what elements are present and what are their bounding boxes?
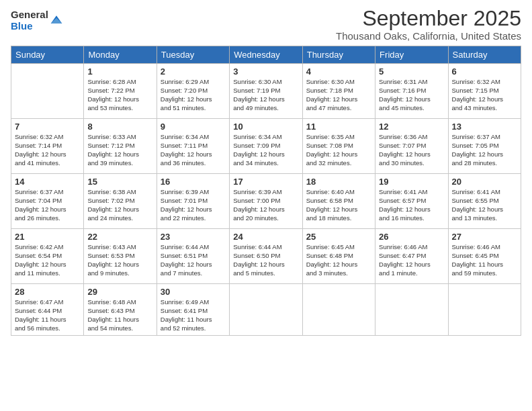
table-row: 11Sunrise: 6:35 AM Sunset: 7:08 PM Dayli… (302, 119, 375, 174)
table-row (448, 284, 521, 336)
day-info: Sunrise: 6:41 AM Sunset: 6:57 PM Dayligh… (379, 188, 444, 222)
calendar-table: Sunday Monday Tuesday Wednesday Thursday… (11, 46, 521, 336)
day-info: Sunrise: 6:37 AM Sunset: 7:04 PM Dayligh… (15, 188, 80, 222)
title-block: September 2025 Thousand Oaks, California… (336, 7, 521, 42)
table-row: 19Sunrise: 6:41 AM Sunset: 6:57 PM Dayli… (375, 174, 448, 229)
day-info: Sunrise: 6:39 AM Sunset: 7:00 PM Dayligh… (233, 188, 298, 222)
table-row: 4Sunrise: 6:30 AM Sunset: 7:18 PM Daylig… (302, 64, 375, 119)
day-number: 24 (233, 232, 298, 242)
calendar-week-row: 28Sunrise: 6:47 AM Sunset: 6:44 PM Dayli… (11, 284, 521, 336)
day-info: Sunrise: 6:43 AM Sunset: 6:53 PM Dayligh… (87, 243, 152, 277)
day-number: 23 (161, 232, 226, 242)
table-row: 24Sunrise: 6:44 AM Sunset: 6:50 PM Dayli… (230, 229, 302, 284)
day-info: Sunrise: 6:44 AM Sunset: 6:50 PM Dayligh… (233, 243, 298, 277)
header-saturday: Saturday (448, 46, 521, 64)
weekday-header-row: Sunday Monday Tuesday Wednesday Thursday… (11, 46, 521, 64)
header-wednesday: Wednesday (230, 46, 302, 64)
day-number: 15 (87, 177, 152, 187)
day-number: 18 (306, 177, 371, 187)
table-row: 5Sunrise: 6:31 AM Sunset: 7:16 PM Daylig… (375, 64, 448, 119)
day-number: 21 (15, 232, 80, 242)
day-number: 19 (379, 177, 444, 187)
day-info: Sunrise: 6:48 AM Sunset: 6:43 PM Dayligh… (87, 298, 152, 332)
table-row (302, 284, 375, 336)
calendar-week-row: 1Sunrise: 6:28 AM Sunset: 7:22 PM Daylig… (11, 64, 521, 119)
day-info: Sunrise: 6:35 AM Sunset: 7:08 PM Dayligh… (306, 133, 371, 167)
table-row: 30Sunrise: 6:49 AM Sunset: 6:41 PM Dayli… (157, 284, 229, 336)
table-row: 17Sunrise: 6:39 AM Sunset: 7:00 PM Dayli… (230, 174, 302, 229)
day-number: 27 (452, 232, 517, 242)
table-row: 26Sunrise: 6:46 AM Sunset: 6:47 PM Dayli… (375, 229, 448, 284)
table-row: 16Sunrise: 6:39 AM Sunset: 7:01 PM Dayli… (157, 174, 229, 229)
day-info: Sunrise: 6:33 AM Sunset: 7:12 PM Dayligh… (87, 133, 152, 167)
table-row: 10Sunrise: 6:34 AM Sunset: 7:09 PM Dayli… (230, 119, 302, 174)
header-friday: Friday (375, 46, 448, 64)
table-row: 2Sunrise: 6:29 AM Sunset: 7:20 PM Daylig… (157, 64, 229, 119)
day-info: Sunrise: 6:37 AM Sunset: 7:05 PM Dayligh… (452, 133, 517, 167)
table-row: 21Sunrise: 6:42 AM Sunset: 6:54 PM Dayli… (11, 229, 84, 284)
day-number: 5 (379, 66, 444, 77)
day-number: 7 (15, 122, 80, 132)
logo-icon (50, 13, 63, 27)
day-info: Sunrise: 6:46 AM Sunset: 6:45 PM Dayligh… (452, 243, 517, 277)
table-row: 6Sunrise: 6:32 AM Sunset: 7:15 PM Daylig… (448, 64, 521, 119)
day-number: 4 (306, 66, 371, 77)
day-info: Sunrise: 6:32 AM Sunset: 7:14 PM Dayligh… (15, 133, 80, 167)
day-info: Sunrise: 6:34 AM Sunset: 7:09 PM Dayligh… (233, 133, 298, 167)
day-info: Sunrise: 6:28 AM Sunset: 7:22 PM Dayligh… (87, 78, 152, 112)
calendar-week-row: 21Sunrise: 6:42 AM Sunset: 6:54 PM Dayli… (11, 229, 521, 284)
logo: General Blue (11, 9, 63, 32)
day-number: 20 (452, 177, 517, 187)
table-row: 15Sunrise: 6:38 AM Sunset: 7:02 PM Dayli… (84, 174, 157, 229)
day-info: Sunrise: 6:31 AM Sunset: 7:16 PM Dayligh… (379, 78, 444, 112)
table-row: 13Sunrise: 6:37 AM Sunset: 7:05 PM Dayli… (448, 119, 521, 174)
svg-marker-1 (51, 17, 62, 23)
day-number: 14 (15, 177, 80, 187)
day-info: Sunrise: 6:49 AM Sunset: 6:41 PM Dayligh… (161, 298, 226, 332)
day-info: Sunrise: 6:47 AM Sunset: 6:44 PM Dayligh… (15, 298, 80, 332)
day-number: 10 (233, 122, 298, 132)
day-number: 17 (233, 177, 298, 187)
day-number: 25 (306, 232, 371, 242)
table-row: 22Sunrise: 6:43 AM Sunset: 6:53 PM Dayli… (84, 229, 157, 284)
day-info: Sunrise: 6:39 AM Sunset: 7:01 PM Dayligh… (161, 188, 226, 222)
location-title: Thousand Oaks, California, United States (336, 30, 521, 42)
day-info: Sunrise: 6:46 AM Sunset: 6:47 PM Dayligh… (379, 243, 444, 277)
table-row: 12Sunrise: 6:36 AM Sunset: 7:07 PM Dayli… (375, 119, 448, 174)
table-row (11, 64, 84, 119)
month-title: September 2025 (336, 7, 521, 30)
day-info: Sunrise: 6:36 AM Sunset: 7:07 PM Dayligh… (379, 133, 444, 167)
table-row: 7Sunrise: 6:32 AM Sunset: 7:14 PM Daylig… (11, 119, 84, 174)
calendar-page: General Blue September 2025 Thousand Oak… (0, 0, 532, 411)
day-number: 11 (306, 122, 371, 132)
table-row: 23Sunrise: 6:44 AM Sunset: 6:51 PM Dayli… (157, 229, 229, 284)
calendar-week-row: 7Sunrise: 6:32 AM Sunset: 7:14 PM Daylig… (11, 119, 521, 174)
day-number: 1 (87, 66, 152, 77)
day-info: Sunrise: 6:45 AM Sunset: 6:48 PM Dayligh… (306, 243, 371, 277)
table-row: 1Sunrise: 6:28 AM Sunset: 7:22 PM Daylig… (84, 64, 157, 119)
day-number: 29 (87, 287, 152, 297)
table-row (375, 284, 448, 336)
day-info: Sunrise: 6:41 AM Sunset: 6:55 PM Dayligh… (452, 188, 517, 222)
day-info: Sunrise: 6:30 AM Sunset: 7:18 PM Dayligh… (306, 78, 371, 112)
table-row: 25Sunrise: 6:45 AM Sunset: 6:48 PM Dayli… (302, 229, 375, 284)
table-row: 27Sunrise: 6:46 AM Sunset: 6:45 PM Dayli… (448, 229, 521, 284)
day-number: 16 (161, 177, 226, 187)
day-number: 28 (15, 287, 80, 297)
day-number: 9 (161, 122, 226, 132)
day-info: Sunrise: 6:29 AM Sunset: 7:20 PM Dayligh… (161, 78, 226, 112)
table-row: 29Sunrise: 6:48 AM Sunset: 6:43 PM Dayli… (84, 284, 157, 336)
day-info: Sunrise: 6:34 AM Sunset: 7:11 PM Dayligh… (161, 133, 226, 167)
table-row: 14Sunrise: 6:37 AM Sunset: 7:04 PM Dayli… (11, 174, 84, 229)
day-info: Sunrise: 6:38 AM Sunset: 7:02 PM Dayligh… (87, 188, 152, 222)
day-number: 26 (379, 232, 444, 242)
table-row: 9Sunrise: 6:34 AM Sunset: 7:11 PM Daylig… (157, 119, 229, 174)
logo-text: General Blue (11, 9, 48, 32)
table-row: 3Sunrise: 6:30 AM Sunset: 7:19 PM Daylig… (230, 64, 302, 119)
day-number: 22 (87, 232, 152, 242)
header: General Blue September 2025 Thousand Oak… (11, 7, 521, 42)
logo-blue: Blue (11, 21, 48, 32)
day-info: Sunrise: 6:42 AM Sunset: 6:54 PM Dayligh… (15, 243, 80, 277)
day-number: 30 (161, 287, 226, 297)
header-sunday: Sunday (11, 46, 84, 64)
